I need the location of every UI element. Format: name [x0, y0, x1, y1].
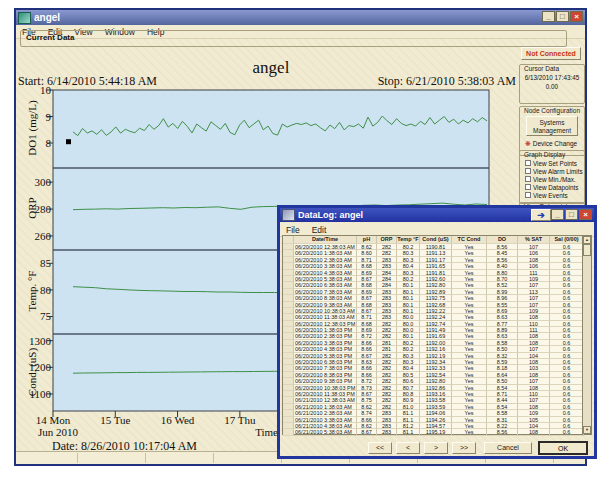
table-row[interactable]: 06/21/2010 5:38:03 AM8.6728381.11195.19Y… — [283, 429, 591, 435]
datalog-window-title: DataLog: angel — [298, 210, 363, 220]
cursor-data-timestamp: 6/13/2010 17:43:45 — [520, 74, 584, 81]
column-header: ORP — [377, 236, 397, 244]
device-change-label: Device Change — [533, 140, 577, 147]
checkbox-icon[interactable] — [525, 160, 531, 166]
node-configuration-groupbox: Node Configuration Systems Management ❋ … — [519, 106, 585, 156]
nav-first-button[interactable]: << — [368, 442, 392, 454]
x-axis-time-label: Time — [198, 426, 278, 438]
datalog-titlebar[interactable]: DataLog: angel ➔ _ □ × — [280, 208, 594, 222]
close-icon[interactable]: × — [570, 11, 583, 22]
current-data-groupbox: Current Data — [20, 30, 567, 47]
statusbar-divider — [213, 453, 214, 463]
nav-last-button[interactable]: >> — [452, 442, 476, 454]
table-cell: 1195.19 — [420, 429, 452, 435]
app-icon — [18, 12, 31, 24]
column-header: Sal (0/00) — [550, 236, 584, 244]
main-window-title: angel — [34, 12, 60, 23]
y-axis-title-cond: Cond. (uS) — [26, 342, 38, 402]
table-cell: 81.1 — [397, 429, 420, 435]
graph-display-title: Graph Display — [524, 151, 565, 158]
column-header: Date/Time — [294, 236, 357, 244]
checkbox-icon[interactable] — [525, 184, 531, 190]
column-header: DO — [487, 236, 518, 244]
column-header: pH — [357, 236, 377, 244]
checkbox-label: View Alarm Limits — [533, 168, 583, 175]
column-header: % SAT — [518, 236, 550, 244]
checkbox-view-min-max-[interactable]: View Min./Max. — [525, 175, 576, 183]
checkbox-label: View Min./Max. — [533, 176, 576, 183]
scroll-down-icon[interactable]: ▼ — [583, 426, 591, 434]
nav-previous-button[interactable]: < — [396, 442, 420, 454]
column-header: Temp °F — [397, 236, 420, 244]
x-axis-month-label: Jun 2010 — [38, 426, 98, 438]
cancel-button[interactable]: Cancel — [484, 442, 532, 454]
graph-display-groupbox: Graph Display View Set PointsView Alarm … — [519, 150, 585, 204]
y-tick-label: 10 — [16, 84, 51, 96]
ok-button[interactable]: OK — [538, 441, 588, 455]
column-header — [283, 236, 294, 244]
table-cell: 283 — [377, 429, 397, 435]
checkbox-label: View Datapoints — [533, 184, 578, 191]
cursor-data-groupbox: Cursor Data 6/13/2010 17:43:45 0.00 — [519, 64, 585, 104]
checkbox-view-events[interactable]: View Events — [525, 191, 568, 199]
datalog-maximize-icon[interactable]: □ — [565, 209, 578, 220]
checkbox-icon[interactable] — [525, 168, 531, 174]
y-axis-title-do1: DO1 (mg/L) — [26, 98, 38, 158]
datalog-icon — [282, 209, 295, 221]
maximize-icon[interactable]: □ — [556, 11, 569, 22]
table-cell — [283, 429, 294, 435]
cursor-data-title: Cursor Data — [524, 65, 559, 72]
device-change-icon: ❋ — [525, 140, 531, 148]
table-cell: 8.56 — [487, 429, 518, 435]
table-cell: 8.67 — [357, 429, 377, 435]
nav-next-button[interactable]: > — [424, 442, 448, 454]
datalog-table[interactable]: Date/TimepHORPTemp °FCond (uS)TC CondDO%… — [282, 235, 592, 435]
column-header: Cond (uS) — [420, 236, 452, 244]
minimize-icon[interactable]: _ — [542, 11, 555, 22]
x-tick-label: 17 Thu — [209, 414, 271, 426]
device-change-item[interactable]: ❋ Device Change — [525, 140, 577, 148]
table-header-row: Date/TimepHORPTemp °FCond (uS)TC CondDO%… — [283, 236, 591, 244]
table-cell: 0.6 — [550, 429, 584, 435]
checkbox-icon[interactable] — [525, 176, 531, 182]
y-axis-title-orp: ORP — [26, 178, 38, 238]
column-header: TC Cond — [452, 236, 487, 244]
datalog-window: DataLog: angel ➔ _ □ × FileEdit Date/Tim… — [277, 205, 597, 459]
node-configuration-title: Node Configuration — [524, 107, 580, 114]
main-titlebar[interactable]: angel _ □ × — [16, 10, 585, 25]
x-tick-label: 14 Mon — [22, 414, 84, 426]
cursor-marker[interactable] — [66, 139, 71, 144]
scrollbar-thumb[interactable] — [583, 244, 591, 256]
datalog-close-icon[interactable]: × — [579, 209, 592, 220]
scroll-up-icon[interactable]: ▲ — [583, 236, 591, 244]
table-cell: 06/21/2010 5:38:03 AM — [294, 429, 357, 435]
checkbox-label: View Set Points — [533, 160, 577, 167]
arrow-right-icon[interactable]: ➔ — [531, 209, 551, 221]
checkbox-icon[interactable] — [525, 192, 531, 198]
statusbar-divider — [145, 453, 146, 463]
x-tick-label: 16 Wed — [147, 414, 209, 426]
checkbox-view-alarm-limits[interactable]: View Alarm Limits — [525, 167, 583, 175]
current-data-label: Current Data — [26, 33, 74, 42]
datalog-menu-edit[interactable]: Edit — [306, 225, 333, 235]
screen: angel _ □ × FileEditViewWindowHelp Curre… — [0, 0, 600, 477]
y-axis-title-temp: Temp. °F — [26, 261, 38, 321]
datalog-menu-file[interactable]: File — [280, 225, 306, 235]
vertical-scrollbar[interactable]: ▲ ▼ — [582, 236, 591, 434]
systems-management-button[interactable]: Systems Management — [526, 116, 578, 136]
table-cell: Yes — [452, 429, 487, 435]
x-tick-label: 15 Tue — [84, 414, 146, 426]
statusbar-divider — [77, 453, 78, 463]
checkbox-view-set-points[interactable]: View Set Points — [525, 159, 577, 167]
table-cell: 108 — [518, 429, 550, 435]
not-connected-button[interactable]: Not Connected — [521, 47, 581, 60]
checkbox-view-datapoints[interactable]: View Datapoints — [525, 183, 578, 191]
checkbox-label: View Events — [533, 192, 568, 199]
datalog-minimize-icon[interactable]: _ — [551, 209, 564, 220]
cursor-data-value: 0.00 — [520, 83, 584, 90]
